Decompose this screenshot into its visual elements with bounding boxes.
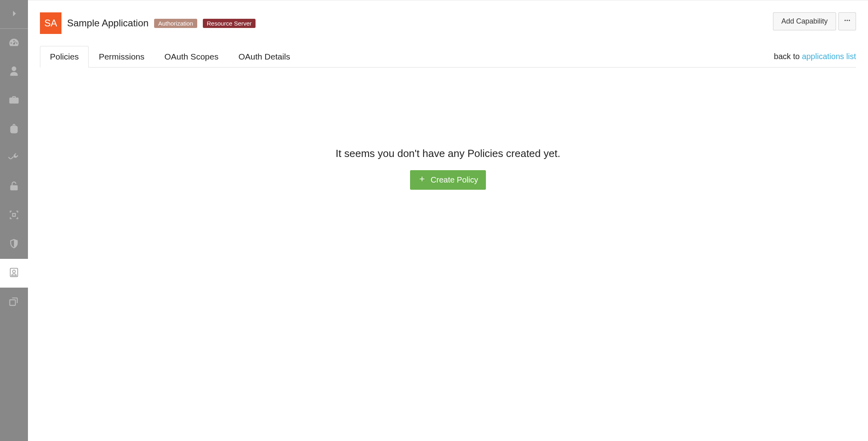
- sidebar-item-contacts[interactable]: [0, 259, 28, 288]
- address-book-icon: [8, 267, 20, 280]
- svg-point-2: [849, 20, 850, 21]
- tab-policies[interactable]: Policies: [40, 46, 89, 68]
- backpack-icon: [8, 123, 20, 136]
- sidebar-item-users[interactable]: [0, 58, 28, 86]
- back-link-container: back to applications list: [774, 52, 856, 61]
- header-right: Add Capability: [773, 12, 856, 30]
- empty-state-heading: It seems you don't have any Policies cre…: [40, 147, 856, 160]
- tabs: Policies Permissions OAuth Scopes OAuth …: [40, 46, 300, 67]
- app-title: Sample Application: [67, 18, 149, 29]
- sidebar-item-copy[interactable]: [0, 288, 28, 316]
- sidebar-item-backpack[interactable]: [0, 115, 28, 144]
- header: SA Sample Application Authorization Reso…: [40, 12, 856, 34]
- sidebar-item-briefcase[interactable]: [0, 86, 28, 115]
- briefcase-icon: [8, 94, 20, 107]
- header-left: SA Sample Application Authorization Reso…: [40, 12, 256, 34]
- plug-icon: [8, 152, 20, 165]
- tab-oauth-scopes[interactable]: OAuth Scopes: [155, 46, 228, 68]
- more-actions-button[interactable]: [838, 12, 856, 30]
- sidebar-item-toggle[interactable]: [0, 0, 28, 29]
- user-icon: [8, 66, 20, 78]
- ellipsis-icon: [844, 17, 851, 26]
- create-policy-button[interactable]: Create Policy: [410, 170, 486, 190]
- tab-oauth-details[interactable]: OAuth Details: [228, 46, 300, 68]
- sidebar-item-layers[interactable]: [0, 201, 28, 230]
- create-policy-label: Create Policy: [431, 175, 478, 185]
- svg-point-0: [844, 20, 846, 21]
- app-icon: SA: [40, 12, 61, 34]
- group-icon: [8, 209, 20, 222]
- lock-open-icon: [8, 181, 20, 193]
- copy-icon: [8, 296, 20, 308]
- tabs-row: Policies Permissions OAuth Scopes OAuth …: [40, 46, 856, 68]
- plus-icon: [418, 175, 426, 185]
- sidebar-item-security[interactable]: [0, 173, 28, 201]
- empty-state: It seems you don't have any Policies cre…: [40, 147, 856, 190]
- back-link-prefix: back to: [774, 52, 802, 61]
- gauge-icon: [8, 37, 20, 50]
- arrow-right-icon: [8, 8, 20, 21]
- sidebar-item-plugins[interactable]: [0, 144, 28, 173]
- sidebar-item-shield[interactable]: [0, 230, 28, 259]
- sidebar-item-dashboard[interactable]: [0, 29, 28, 58]
- shield-icon: [8, 238, 20, 251]
- tab-permissions[interactable]: Permissions: [89, 46, 154, 68]
- main-content: SA Sample Application Authorization Reso…: [28, 0, 868, 441]
- sidebar: [0, 0, 28, 441]
- svg-point-1: [847, 20, 848, 21]
- badge-resource-server: Resource Server: [203, 19, 256, 28]
- back-link[interactable]: applications list: [802, 52, 856, 61]
- add-capability-button[interactable]: Add Capability: [773, 12, 836, 30]
- badge-authorization: Authorization: [154, 19, 197, 28]
